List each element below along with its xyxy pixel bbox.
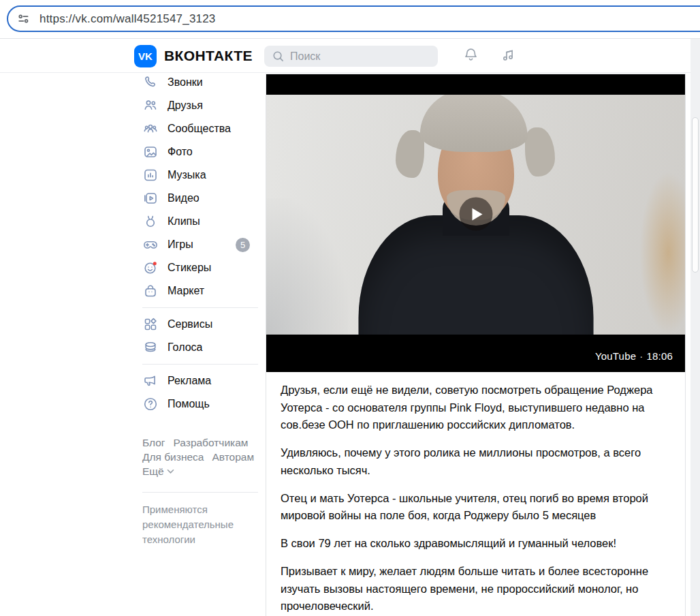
sidebar-item-communities[interactable]: Сообщества [133,121,259,137]
scrollbar-thumb[interactable] [692,117,699,273]
search-input[interactable] [290,50,426,63]
vk-logo[interactable]: VK [134,45,157,67]
video-duration: 18:06 [646,350,673,362]
sidebar-item-label: Голоса [168,341,202,354]
link-more[interactable]: Ещё [142,464,174,478]
sidebar-item-label: Видео [168,192,200,204]
gamepad-icon [142,236,159,253]
phone-icon [142,74,159,91]
search-icon [272,50,285,63]
search-bar[interactable] [264,46,438,67]
play-icon [472,208,482,220]
sidebar-item-calls[interactable]: Звонки [133,74,259,91]
post-paragraph: Удивляюсь, почему у этого ролика не милл… [281,444,671,479]
scrollbar-track[interactable] [690,39,700,616]
clips-icon [142,213,159,230]
post-paragraph: Призывает к миру, желает людям больше чи… [281,563,671,615]
sidebar-item-services[interactable]: Сервисы [133,316,259,333]
video-caption: YouTube·18:06 [595,350,673,362]
play-button[interactable] [459,198,492,231]
link-blog[interactable]: Блог [142,437,165,448]
shopping-bag-icon [142,283,159,299]
post-paragraph: Друзья, если ещё не видели, советую посм… [281,382,671,434]
sidebar-item-voices[interactable]: Голоса [133,339,259,356]
sidebar-divider [142,492,258,493]
post-paragraph: В свои 79 лет на сколько здравомыслящий … [281,535,671,553]
post-paragraph: Отец и мать Уотерса - школьные учителя, … [281,490,671,525]
coins-stack-icon [142,339,159,356]
stickers-smiley-icon [142,260,159,276]
sidebar-item-stickers[interactable]: Стикеры [133,260,259,276]
sidebar-item-label: Музыка [168,169,206,181]
address-bar[interactable]: https://vk.com/wall4521547_3123 [7,5,700,32]
link-business[interactable]: Для бизнеса [142,451,204,463]
help-question-icon [142,396,159,412]
link-authors[interactable]: Авторам [212,451,254,463]
video-icon [142,190,159,206]
chevron-down-icon [167,469,174,474]
sidebar-item-label: Стикеры [168,262,211,274]
sidebar-item-help[interactable]: Помощь [133,396,259,412]
sidebar-item-label: Фото [168,146,193,158]
vk-brand-wordmark[interactable]: ВКОНТАКТЕ [164,48,253,64]
vk-top-nav: VK ВКОНТАКТЕ [0,39,700,73]
sidebar-item-friends[interactable]: Друзья [133,97,259,114]
sidebar-footer-links: БлогРазработчикам Для бизнесаАвторам Ещё [142,435,255,478]
wall-post: YouTube·18:06 Друзья, если ещё не видели… [266,74,686,616]
sidebar-item-label: Реклама [168,375,211,387]
megaphone-icon [142,373,159,389]
notifications-bell-icon[interactable] [462,46,479,66]
sidebar-divider [142,364,258,365]
url-text[interactable]: https://vk.com/wall4521547_3123 [39,12,216,26]
music-player-icon [142,167,159,183]
sidebar-item-label: Сервисы [168,318,212,330]
post-text: Друзья, если ещё не видели, советую посм… [266,372,685,615]
video-source: YouTube [595,350,636,362]
sidebar-item-label: Сообщества [168,123,231,135]
recommendation-tech-note: Применяются рекомендательные технологии [142,502,244,546]
link-developers[interactable]: Разработчикам [174,437,249,448]
sidebar-item-label: Звонки [168,76,203,89]
sidebar-item-video[interactable]: Видео [133,190,259,206]
sidebar-item-clips[interactable]: Клипы [133,213,259,230]
sidebar-item-label: Помощь [168,398,210,410]
site-permissions-icon[interactable] [17,12,30,25]
photo-icon [142,144,159,160]
sidebar-item-ads[interactable]: Реклама [133,373,259,389]
sidebar-item-label: Друзья [168,99,203,112]
friends-icon [142,97,159,114]
sidebar-item-photos[interactable]: Фото [133,144,259,160]
sidebar-divider [142,307,258,308]
sidebar-item-games[interactable]: Игры 5 [133,236,259,253]
browser-toolbar: https://vk.com/wall4521547_3123 [0,0,700,39]
communities-icon [142,121,159,137]
sidebar-item-label: Маркет [168,285,204,297]
sidebar-item-label: Игры [168,238,193,251]
sidebar-item-label: Клипы [168,215,200,228]
notification-dot [153,262,157,265]
sidebar-item-market[interactable]: Маркет [133,283,259,299]
games-count-badge: 5 [236,238,250,252]
music-note-icon[interactable] [500,46,517,66]
sidebar-nav: Звонки Друзья Сообщества Фото [133,71,259,546]
video-player[interactable]: YouTube·18:06 [266,74,685,372]
sidebar-item-music[interactable]: Музыка [133,167,259,183]
services-grid-icon [142,316,159,333]
